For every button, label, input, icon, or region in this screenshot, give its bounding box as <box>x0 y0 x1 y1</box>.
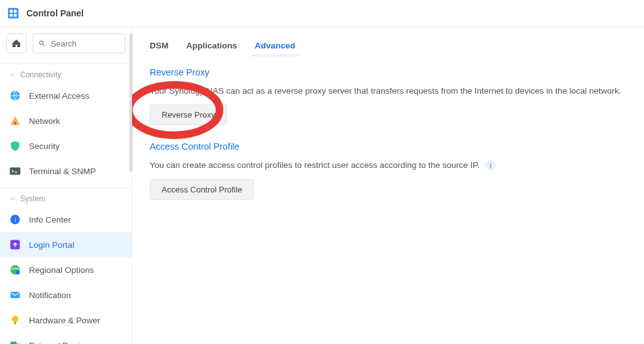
sidebar-item-external-devices[interactable]: External Devices <box>0 333 131 344</box>
svg-point-18 <box>12 316 18 322</box>
tab-dsm[interactable]: DSM <box>150 37 169 58</box>
sidebar-section-label: Connectivity <box>20 70 61 79</box>
section-title-access-control: Access Control Profile <box>150 141 626 152</box>
globe-icon <box>9 89 21 102</box>
notification-icon <box>9 289 21 301</box>
svg-rect-2 <box>14 10 17 13</box>
sidebar-section-connectivity[interactable]: Connectivity <box>0 64 131 83</box>
sidebar: Connectivity External Access Network Sec… <box>0 27 132 344</box>
reverse-proxy-button[interactable]: Reverse Proxy <box>150 104 227 125</box>
search-input[interactable] <box>50 38 119 49</box>
svg-rect-4 <box>14 14 17 17</box>
main-content: DSM Applications Advanced Reverse Proxy … <box>132 27 644 344</box>
svg-rect-17 <box>11 292 20 298</box>
sidebar-item-regional-options[interactable]: Regional Options <box>0 257 131 282</box>
chevron-up-icon <box>9 71 16 79</box>
svg-point-16 <box>16 270 20 275</box>
sidebar-item-label: Info Center <box>29 215 71 225</box>
svg-rect-9 <box>14 122 16 125</box>
svg-rect-19 <box>14 322 16 325</box>
tab-advanced[interactable]: Advanced <box>255 37 296 58</box>
sidebar-section-system[interactable]: System <box>0 187 131 207</box>
search-field[interactable] <box>33 33 125 53</box>
sidebar-item-external-access[interactable]: External Access <box>0 83 131 108</box>
terminal-icon <box>9 165 21 177</box>
chevron-up-icon <box>9 195 16 203</box>
sidebar-item-label: Notification <box>29 291 71 300</box>
devices-icon <box>9 339 21 344</box>
home-button[interactable] <box>6 33 26 53</box>
svg-rect-1 <box>10 10 13 13</box>
section-desc-reverse-proxy: Your Synology NAS can act as a reverse p… <box>150 86 626 96</box>
sidebar-item-label: Regional Options <box>29 265 94 275</box>
tab-bar: DSM Applications Advanced <box>150 37 626 58</box>
sidebar-item-network[interactable]: Network <box>0 108 131 133</box>
sidebar-item-label: External Access <box>29 91 89 101</box>
globe-region-icon <box>9 264 21 276</box>
control-panel-icon <box>6 6 20 20</box>
search-icon <box>38 39 46 48</box>
sidebar-section-label: System <box>20 194 45 203</box>
sidebar-item-info-center[interactable]: i Info Center <box>0 207 131 232</box>
sidebar-item-terminal-snmp[interactable]: Terminal & SNMP <box>0 158 131 184</box>
section-desc-access-control: You can create access control profiles t… <box>150 160 626 170</box>
svg-rect-20 <box>11 341 17 344</box>
sidebar-item-label: Hardware & Power <box>29 316 100 325</box>
sidebar-item-label: Login Portal <box>29 240 74 250</box>
access-control-profile-button[interactable]: Access Control Profile <box>150 179 254 200</box>
section-title-reverse-proxy: Reverse Proxy <box>150 67 626 77</box>
sidebar-item-label: Network <box>29 116 60 126</box>
svg-point-5 <box>40 41 43 45</box>
sidebar-item-hardware-power[interactable]: Hardware & Power <box>0 308 131 333</box>
sidebar-item-login-portal[interactable]: Login Portal <box>0 232 131 257</box>
sidebar-item-security[interactable]: Security <box>0 133 131 158</box>
login-portal-icon <box>9 238 21 251</box>
sidebar-item-label: Terminal & SNMP <box>29 167 96 176</box>
svg-rect-3 <box>10 14 13 17</box>
window-title: Control Panel <box>26 8 84 18</box>
info-icon[interactable]: i <box>486 160 496 170</box>
tab-applications[interactable]: Applications <box>186 37 237 58</box>
shield-icon <box>9 140 21 152</box>
network-icon <box>9 114 21 127</box>
sidebar-item-notification[interactable]: Notification <box>0 282 131 308</box>
window-titlebar: Control Panel <box>0 0 644 27</box>
lightbulb-icon <box>9 314 21 326</box>
svg-text:i: i <box>14 216 16 223</box>
sidebar-item-label: Security <box>29 141 60 151</box>
svg-line-6 <box>43 44 45 46</box>
info-icon: i <box>9 213 21 226</box>
sidebar-item-label: External Devices <box>29 341 92 345</box>
svg-rect-0 <box>8 8 19 19</box>
svg-rect-10 <box>10 167 21 175</box>
access-control-desc-text: You can create access control profiles t… <box>150 160 480 170</box>
